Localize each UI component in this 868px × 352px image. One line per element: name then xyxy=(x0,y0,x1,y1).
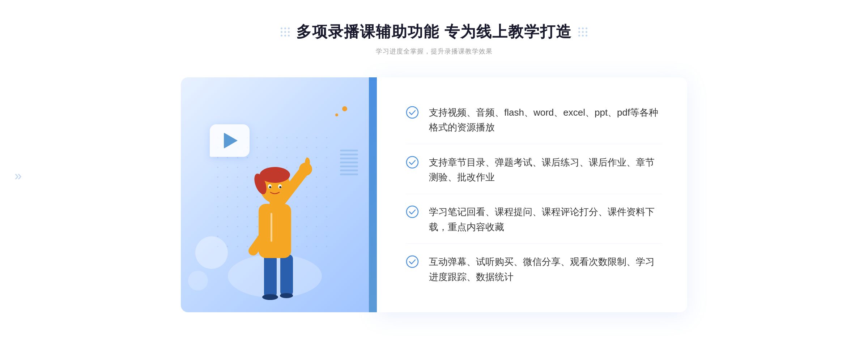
feature-item-3: 学习笔记回看、课程提问、课程评论打分、课件资料下载，重点内容收藏 xyxy=(406,196,662,244)
svg-point-19 xyxy=(407,107,418,118)
page-subtitle: 学习进度全掌握，提升录播课教学效果 xyxy=(376,47,493,56)
svg-point-20 xyxy=(407,156,418,168)
feature-text-3: 学习笔记回看、课程提问、课程评论打分、课件资料下载，重点内容收藏 xyxy=(429,205,662,235)
header-dots-left xyxy=(281,27,290,37)
svg-rect-1 xyxy=(264,254,277,298)
header-dots-right xyxy=(578,27,587,37)
features-area: 支持视频、音频、flash、word、excel、ppt、pdf等各种格式的资源… xyxy=(377,77,687,312)
side-decoration: » xyxy=(14,168,22,184)
deco-circle-small xyxy=(188,271,208,291)
svg-point-16 xyxy=(269,186,271,188)
stripe-decoration xyxy=(340,150,358,179)
feature-item-4: 互动弹幕、试听购买、微信分享、观看次数限制、学习进度跟踪、数据统计 xyxy=(406,246,662,293)
svg-rect-2 xyxy=(280,254,293,296)
deco-dot-1 xyxy=(342,106,347,111)
page-title: 多项录播课辅助功能 专为线上教学打造 xyxy=(296,22,572,42)
feature-text-2: 支持章节目录、弹题考试、课后练习、课后作业、章节测验、批改作业 xyxy=(429,155,662,185)
feature-item-2: 支持章节目录、弹题考试、课后练习、课后作业、章节测验、批改作业 xyxy=(406,146,662,194)
check-icon-4 xyxy=(406,255,419,268)
svg-point-3 xyxy=(262,294,278,300)
svg-rect-18 xyxy=(271,213,272,242)
blue-connector xyxy=(369,77,377,312)
check-icon-1 xyxy=(406,106,419,119)
svg-point-22 xyxy=(407,256,418,267)
svg-point-21 xyxy=(407,206,418,218)
chevron-icon: » xyxy=(14,168,22,184)
person-illustration xyxy=(224,124,326,312)
deco-circle-large xyxy=(195,236,228,269)
check-icon-3 xyxy=(406,205,419,218)
deco-dot-2 xyxy=(335,113,338,116)
feature-text-4: 互动弹幕、试听购买、微信分享、观看次数限制、学习进度跟踪、数据统计 xyxy=(429,254,662,284)
check-icon-2 xyxy=(406,156,419,169)
svg-point-9 xyxy=(305,158,310,168)
main-content: // Will be rendered via JS below xyxy=(181,77,687,312)
svg-point-4 xyxy=(280,293,293,298)
page-header: 多项录播课辅助功能 专为线上教学打造 xyxy=(281,22,587,42)
feature-item-1: 支持视频、音频、flash、word、excel、ppt、pdf等各种格式的资源… xyxy=(406,96,662,144)
svg-point-17 xyxy=(279,186,281,188)
feature-text-1: 支持视频、音频、flash、word、excel、ppt、pdf等各种格式的资源… xyxy=(429,105,662,135)
illustration-area: // Will be rendered via JS below xyxy=(181,77,369,312)
